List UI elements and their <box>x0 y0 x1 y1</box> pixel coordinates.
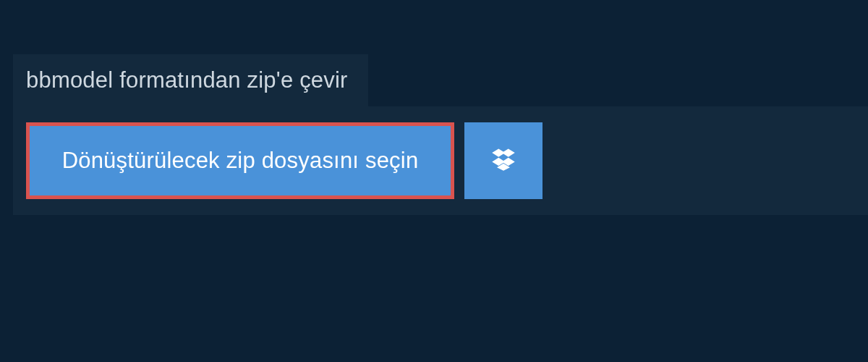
select-file-button[interactable]: Dönüştürülecek zip dosyasını seçin <box>26 122 454 199</box>
select-file-label: Dönüştürülecek zip dosyasını seçin <box>62 148 419 174</box>
page-title: bbmodel formatından zip'e çevir <box>13 54 368 106</box>
converter-container: bbmodel formatından zip'e çevir Dönüştür… <box>0 0 868 215</box>
dropbox-button[interactable] <box>464 122 542 199</box>
dropbox-icon <box>490 146 516 175</box>
upload-panel: Dönüştürülecek zip dosyasını seçin <box>13 106 868 215</box>
